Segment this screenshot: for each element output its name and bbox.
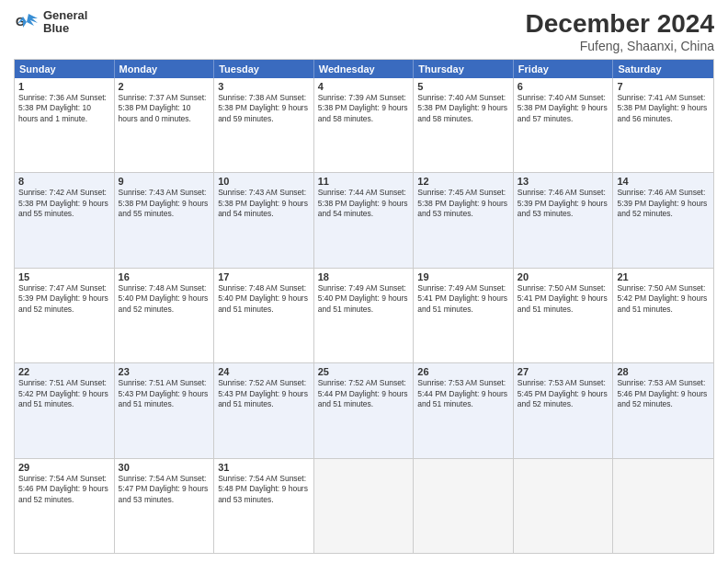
day-info: Sunrise: 7:40 AM Sunset: 5:38 PM Dayligh… — [417, 93, 509, 124]
dow-monday: Monday — [115, 60, 215, 78]
dow-wednesday: Wednesday — [314, 60, 415, 78]
day-number: 20 — [518, 271, 609, 282]
day-info: Sunrise: 7:46 AM Sunset: 5:39 PM Dayligh… — [617, 188, 710, 219]
day-number: 6 — [518, 81, 609, 92]
calendar-cell — [314, 459, 415, 553]
calendar-cell: 22Sunrise: 7:51 AM Sunset: 5:42 PM Dayli… — [15, 363, 115, 457]
title-block: December 2024 Fufeng, Shaanxi, China — [526, 9, 714, 53]
day-number: 4 — [318, 81, 410, 92]
day-info: Sunrise: 7:52 AM Sunset: 5:43 PM Dayligh… — [218, 378, 310, 409]
day-info: Sunrise: 7:42 AM Sunset: 5:38 PM Dayligh… — [18, 188, 110, 219]
day-number: 31 — [218, 462, 310, 473]
day-info: Sunrise: 7:40 AM Sunset: 5:38 PM Dayligh… — [518, 93, 609, 124]
day-number: 30 — [119, 462, 210, 473]
day-number: 21 — [617, 271, 710, 282]
day-number: 7 — [617, 81, 710, 92]
calendar-cell: 6Sunrise: 7:40 AM Sunset: 5:38 PM Daylig… — [514, 78, 614, 172]
calendar-cell — [514, 459, 614, 553]
logo-text: General Blue — [43, 9, 87, 36]
calendar-cell: 27Sunrise: 7:53 AM Sunset: 5:45 PM Dayli… — [514, 363, 614, 457]
day-info: Sunrise: 7:54 AM Sunset: 5:47 PM Dayligh… — [119, 474, 210, 505]
calendar-cell: 5Sunrise: 7:40 AM Sunset: 5:38 PM Daylig… — [414, 78, 514, 172]
day-number: 16 — [119, 271, 210, 282]
calendar-cell: 25Sunrise: 7:52 AM Sunset: 5:44 PM Dayli… — [314, 363, 415, 457]
calendar-cell: 11Sunrise: 7:44 AM Sunset: 5:38 PM Dayli… — [314, 173, 415, 267]
day-info: Sunrise: 7:54 AM Sunset: 5:46 PM Dayligh… — [18, 474, 110, 505]
logo-line1: General — [43, 9, 87, 22]
day-info: Sunrise: 7:37 AM Sunset: 5:38 PM Dayligh… — [119, 93, 210, 124]
calendar-cell: 16Sunrise: 7:48 AM Sunset: 5:40 PM Dayli… — [115, 269, 215, 362]
day-number: 11 — [318, 176, 410, 187]
calendar-cell: 29Sunrise: 7:54 AM Sunset: 5:46 PM Dayli… — [15, 459, 115, 553]
day-number: 15 — [18, 271, 110, 282]
day-info: Sunrise: 7:43 AM Sunset: 5:38 PM Dayligh… — [218, 188, 310, 219]
day-number: 29 — [18, 462, 110, 473]
day-number: 3 — [218, 81, 310, 92]
calendar-cell: 19Sunrise: 7:49 AM Sunset: 5:41 PM Dayli… — [414, 269, 514, 362]
calendar-row: 29Sunrise: 7:54 AM Sunset: 5:46 PM Dayli… — [15, 459, 713, 553]
day-info: Sunrise: 7:51 AM Sunset: 5:42 PM Dayligh… — [18, 378, 110, 409]
day-number: 19 — [417, 271, 509, 282]
day-number: 5 — [417, 81, 509, 92]
calendar-cell: 15Sunrise: 7:47 AM Sunset: 5:39 PM Dayli… — [15, 269, 115, 362]
day-number: 12 — [417, 176, 509, 187]
day-number: 18 — [318, 271, 410, 282]
calendar-cell: 7Sunrise: 7:41 AM Sunset: 5:38 PM Daylig… — [613, 78, 713, 172]
calendar-cell: 8Sunrise: 7:42 AM Sunset: 5:38 PM Daylig… — [15, 173, 115, 267]
dow-saturday: Saturday — [613, 60, 713, 78]
calendar-cell: 28Sunrise: 7:53 AM Sunset: 5:46 PM Dayli… — [613, 363, 713, 457]
dow-thursday: Thursday — [414, 60, 514, 78]
calendar-cell: 23Sunrise: 7:51 AM Sunset: 5:43 PM Dayli… — [115, 363, 215, 457]
day-info: Sunrise: 7:53 AM Sunset: 5:46 PM Dayligh… — [617, 378, 710, 409]
day-info: Sunrise: 7:54 AM Sunset: 5:48 PM Dayligh… — [218, 474, 310, 505]
calendar-subtitle: Fufeng, Shaanxi, China — [526, 39, 714, 53]
calendar-cell: 17Sunrise: 7:48 AM Sunset: 5:40 PM Dayli… — [214, 269, 314, 362]
day-info: Sunrise: 7:36 AM Sunset: 5:38 PM Dayligh… — [18, 93, 110, 124]
calendar-cell: 31Sunrise: 7:54 AM Sunset: 5:48 PM Dayli… — [214, 459, 314, 553]
calendar-cell: 10Sunrise: 7:43 AM Sunset: 5:38 PM Dayli… — [214, 173, 314, 267]
calendar: Sunday Monday Tuesday Wednesday Thursday… — [14, 59, 714, 554]
day-number: 10 — [218, 176, 310, 187]
calendar-cell: 9Sunrise: 7:43 AM Sunset: 5:38 PM Daylig… — [115, 173, 215, 267]
day-info: Sunrise: 7:46 AM Sunset: 5:39 PM Dayligh… — [518, 188, 609, 219]
calendar-cell: 24Sunrise: 7:52 AM Sunset: 5:43 PM Dayli… — [214, 363, 314, 457]
calendar-header: Sunday Monday Tuesday Wednesday Thursday… — [15, 60, 713, 78]
header: G General Blue December 2024 Fufeng, Sha… — [14, 9, 714, 53]
calendar-cell: 20Sunrise: 7:50 AM Sunset: 5:41 PM Dayli… — [514, 269, 614, 362]
calendar-cell: 30Sunrise: 7:54 AM Sunset: 5:47 PM Dayli… — [115, 459, 215, 553]
day-number: 14 — [617, 176, 710, 187]
day-info: Sunrise: 7:39 AM Sunset: 5:38 PM Dayligh… — [318, 93, 410, 124]
calendar-cell: 12Sunrise: 7:45 AM Sunset: 5:38 PM Dayli… — [414, 173, 514, 267]
day-number: 22 — [18, 366, 110, 377]
day-number: 28 — [617, 366, 710, 377]
calendar-cell — [613, 459, 713, 553]
day-info: Sunrise: 7:53 AM Sunset: 5:45 PM Dayligh… — [518, 378, 609, 409]
calendar-cell: 13Sunrise: 7:46 AM Sunset: 5:39 PM Dayli… — [514, 173, 614, 267]
calendar-cell: 14Sunrise: 7:46 AM Sunset: 5:39 PM Dayli… — [613, 173, 713, 267]
day-info: Sunrise: 7:52 AM Sunset: 5:44 PM Dayligh… — [318, 378, 410, 409]
day-number: 13 — [518, 176, 609, 187]
day-number: 9 — [119, 176, 210, 187]
logo-icon: G — [14, 9, 40, 35]
day-number: 27 — [518, 366, 609, 377]
calendar-cell: 2Sunrise: 7:37 AM Sunset: 5:38 PM Daylig… — [115, 78, 215, 172]
day-info: Sunrise: 7:50 AM Sunset: 5:41 PM Dayligh… — [518, 283, 609, 315]
page: G General Blue December 2024 Fufeng, Sha… — [0, 0, 728, 563]
calendar-cell: 18Sunrise: 7:49 AM Sunset: 5:40 PM Dayli… — [314, 269, 415, 362]
day-number: 17 — [218, 271, 310, 282]
day-info: Sunrise: 7:49 AM Sunset: 5:41 PM Dayligh… — [417, 283, 509, 315]
day-info: Sunrise: 7:49 AM Sunset: 5:40 PM Dayligh… — [318, 283, 410, 315]
calendar-cell: 1Sunrise: 7:36 AM Sunset: 5:38 PM Daylig… — [15, 78, 115, 172]
day-info: Sunrise: 7:48 AM Sunset: 5:40 PM Dayligh… — [218, 283, 310, 315]
dow-sunday: Sunday — [15, 60, 115, 78]
day-info: Sunrise: 7:45 AM Sunset: 5:38 PM Dayligh… — [417, 188, 509, 219]
day-number: 2 — [119, 81, 210, 92]
calendar-cell: 26Sunrise: 7:53 AM Sunset: 5:44 PM Dayli… — [414, 363, 514, 457]
day-info: Sunrise: 7:51 AM Sunset: 5:43 PM Dayligh… — [119, 378, 210, 409]
day-number: 23 — [119, 366, 210, 377]
day-info: Sunrise: 7:53 AM Sunset: 5:44 PM Dayligh… — [417, 378, 509, 409]
day-info: Sunrise: 7:47 AM Sunset: 5:39 PM Dayligh… — [18, 283, 110, 315]
calendar-row: 15Sunrise: 7:47 AM Sunset: 5:39 PM Dayli… — [15, 269, 713, 363]
calendar-cell — [414, 459, 514, 553]
calendar-row: 8Sunrise: 7:42 AM Sunset: 5:38 PM Daylig… — [15, 173, 713, 268]
